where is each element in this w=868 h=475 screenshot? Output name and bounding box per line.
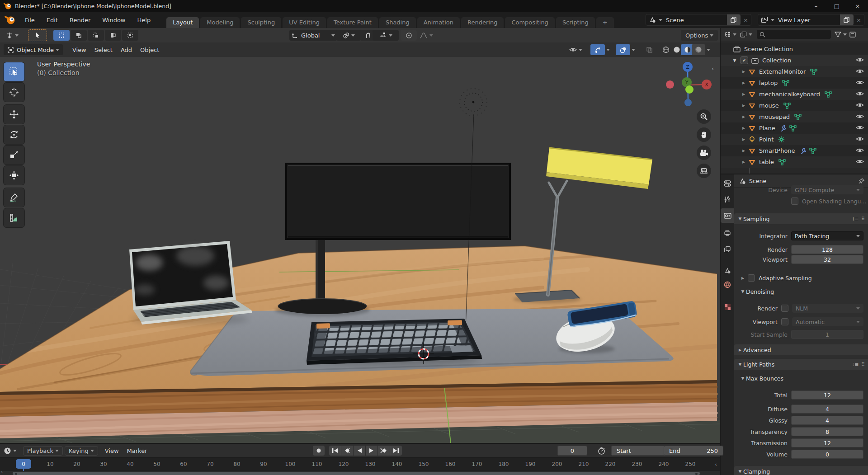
tool-move[interactable] <box>4 105 24 124</box>
workspace-tab-shading[interactable]: Shading <box>379 17 416 28</box>
volume-field[interactable]: 0 <box>791 450 863 459</box>
tab-world[interactable] <box>721 277 734 292</box>
denoising-header-row[interactable]: ▼ Denoising <box>734 287 868 296</box>
object-mode-dropdown[interactable]: Object Mode <box>4 44 63 55</box>
tab-render[interactable] <box>721 208 734 223</box>
properties-editor-type-dropdown[interactable] <box>721 176 734 191</box>
snap-settings-dropdown[interactable] <box>373 30 399 41</box>
outliner-row-plane[interactable]: ▶ Plane <box>721 122 868 134</box>
workspace-tab-sculpting[interactable]: Sculpting <box>241 17 281 28</box>
outliner-display-mode-dropdown[interactable] <box>740 31 752 38</box>
add-workspace-tab[interactable]: + <box>596 17 614 28</box>
outliner-row-table[interactable]: ▶ table <box>721 156 868 168</box>
tool-scale[interactable] <box>4 146 24 165</box>
samples-viewport-field[interactable]: 32 <box>791 255 863 264</box>
next-keyframe-button[interactable] <box>378 446 390 456</box>
expand-arrow-icon[interactable]: ▶ <box>741 103 747 108</box>
expand-arrow-icon[interactable]: ▶ <box>741 81 747 85</box>
scene-3d[interactable]: Z X Y <box>0 57 720 443</box>
timeline-scrollbar[interactable]: › <box>0 471 720 475</box>
eye-icon[interactable] <box>856 113 864 119</box>
device-dropdown[interactable]: GPU Compute <box>791 185 863 194</box>
tab-texture[interactable] <box>721 300 734 314</box>
workspace-tab-rendering[interactable]: Rendering <box>461 17 504 28</box>
viewport-menu-add[interactable]: Add <box>117 47 136 53</box>
collection-checkbox[interactable]: ✓ <box>741 56 748 64</box>
mechanical-keyboard-object[interactable] <box>307 319 482 365</box>
timeline-ruler[interactable]: 10 20 30 40 50 60 70 80 90 100 110 120 1… <box>0 457 720 471</box>
frame-end-field[interactable]: End 250 <box>664 446 723 456</box>
max-bounces-header-row[interactable]: ▼ Max Bounces <box>734 373 868 383</box>
current-frame-field[interactable]: 0 <box>557 446 587 456</box>
denoise-viewport-checkbox[interactable] <box>781 318 788 325</box>
tool-select-box[interactable] <box>4 62 24 81</box>
auto-keyframe-button[interactable] <box>313 446 325 456</box>
options-dropdown[interactable]: Options <box>681 30 718 41</box>
gizmo-y-negative[interactable] <box>685 85 693 94</box>
pivot-point-dropdown[interactable] <box>336 30 361 41</box>
select-box-tool-button[interactable] <box>28 29 47 41</box>
close-button[interactable]: × <box>847 3 868 9</box>
scrollbar-thumb[interactable] <box>13 472 700 475</box>
workspace-tab-scripting[interactable]: Scripting <box>556 17 595 28</box>
start-sample-field[interactable]: 1 <box>791 330 863 339</box>
timeline-view-menu[interactable]: View <box>101 447 123 454</box>
previous-keyframe-button[interactable] <box>341 446 353 456</box>
eye-icon[interactable] <box>856 68 864 74</box>
adaptive-sampling-row[interactable]: ▶ Adaptive Sampling <box>734 273 868 283</box>
select-mode-new-button[interactable] <box>53 30 70 41</box>
eye-icon[interactable] <box>856 125 864 131</box>
osl-checkbox[interactable] <box>791 198 798 205</box>
gizmo-settings-dropdown[interactable] <box>603 44 611 55</box>
select-mode-extend-button[interactable] <box>71 30 87 41</box>
transform-orientation-dropdown[interactable]: Global <box>289 30 337 41</box>
proportional-falloff-dropdown[interactable] <box>414 30 439 41</box>
jump-to-start-button[interactable] <box>329 446 341 456</box>
new-collection-icon[interactable] <box>849 31 856 38</box>
expand-arrow-icon[interactable]: ▶ <box>741 126 747 130</box>
collapse-timeline-arrow[interactable]: ‹ <box>715 461 717 468</box>
tool-measure[interactable] <box>4 208 24 227</box>
scrollbar-handle-right[interactable] <box>695 473 698 475</box>
collapse-sidebar-arrow[interactable]: ‹ <box>712 65 714 72</box>
outliner-filter-dropdown[interactable] <box>835 31 847 38</box>
eye-icon[interactable] <box>856 136 864 142</box>
blender-logo-icon[interactable] <box>5 14 16 26</box>
pin-icon[interactable] <box>858 178 864 184</box>
timeline-editor-type-dropdown[interactable] <box>4 447 17 455</box>
viewport-menu-view[interactable]: View <box>68 47 90 53</box>
tab-output[interactable] <box>721 226 734 240</box>
expand-arrow-icon[interactable]: ▼ <box>731 58 738 63</box>
eye-icon[interactable] <box>856 159 864 165</box>
camera-view-button[interactable] <box>697 146 711 160</box>
gizmo-x-negative[interactable] <box>666 80 674 89</box>
new-scene-button[interactable] <box>727 14 741 25</box>
total-field[interactable]: 12 <box>791 390 863 400</box>
eye-icon[interactable] <box>856 102 864 108</box>
eye-icon[interactable] <box>856 147 864 153</box>
tab-tool[interactable] <box>721 192 734 207</box>
advanced-panel-header[interactable]: ▶ Advanced <box>734 344 868 355</box>
diffuse-field[interactable]: 4 <box>791 404 863 414</box>
outliner-row-mouse[interactable]: ▶ mouse <box>721 100 868 111</box>
tool-rotate[interactable] <box>4 125 24 144</box>
expand-arrow-icon[interactable]: ▶ <box>741 160 747 164</box>
gizmo-z-negative[interactable] <box>684 99 692 106</box>
outliner-row-laptop[interactable]: ▶ laptop <box>721 77 868 89</box>
outliner-row-mousepad[interactable]: ▶ mousepad <box>721 111 868 122</box>
denoise-render-dropdown[interactable]: NLM <box>792 304 863 313</box>
workspace-tab-uv-editing[interactable]: UV Editing <box>283 17 326 28</box>
remove-view-layer-button[interactable]: × <box>854 17 864 24</box>
maximize-button[interactable]: □ <box>826 3 847 9</box>
view-layer-selector[interactable]: View Layer × <box>758 14 864 26</box>
workspace-tab-modeling[interactable]: Modeling <box>200 17 240 28</box>
toggle-grid-button[interactable] <box>697 164 711 178</box>
menu-help[interactable]: Help <box>132 14 157 26</box>
expand-arrow-icon[interactable]: ▶ <box>741 149 747 153</box>
outliner-editor-type-dropdown[interactable] <box>724 31 736 38</box>
menu-render[interactable]: Render <box>64 14 96 26</box>
zoom-button[interactable] <box>697 109 711 124</box>
eye-icon[interactable] <box>856 91 864 97</box>
expand-arrow-icon[interactable]: ▶ <box>741 92 747 96</box>
shading-settings-dropdown[interactable] <box>703 44 712 55</box>
